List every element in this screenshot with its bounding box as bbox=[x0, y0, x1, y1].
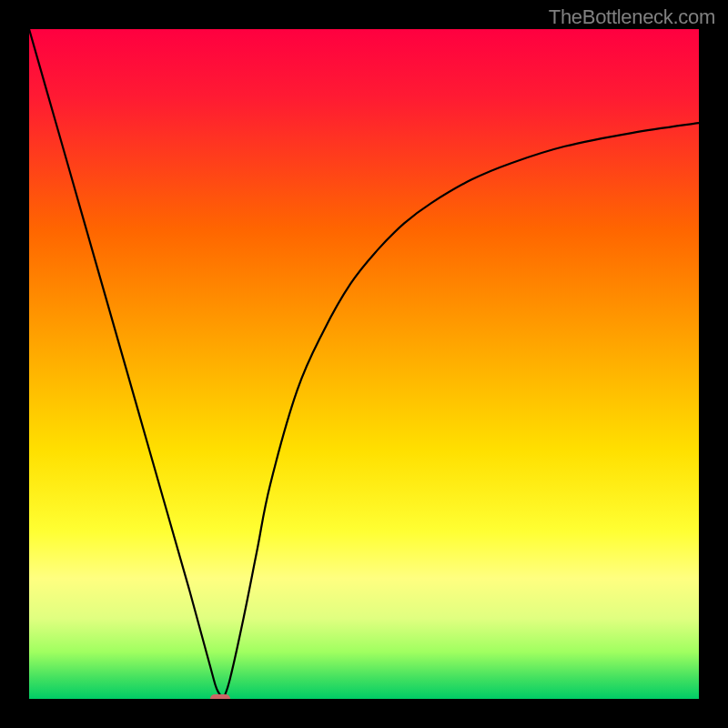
bottleneck-curve bbox=[29, 29, 699, 699]
chart-container: TheBottleneck.com bbox=[0, 0, 728, 728]
plot-area bbox=[29, 29, 699, 699]
curve-layer bbox=[29, 29, 699, 699]
optimal-marker bbox=[210, 694, 230, 699]
watermark-label: TheBottleneck.com bbox=[549, 5, 715, 29]
